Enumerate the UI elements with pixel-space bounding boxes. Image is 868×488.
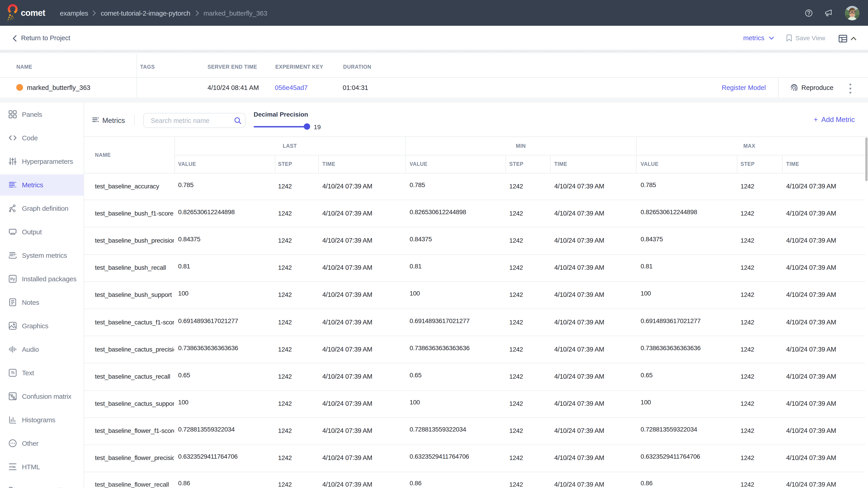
svg-text:Tt: Tt xyxy=(11,370,14,375)
svg-text:HTML: HTML xyxy=(9,466,16,468)
svg-text:Py: Py xyxy=(10,277,15,281)
